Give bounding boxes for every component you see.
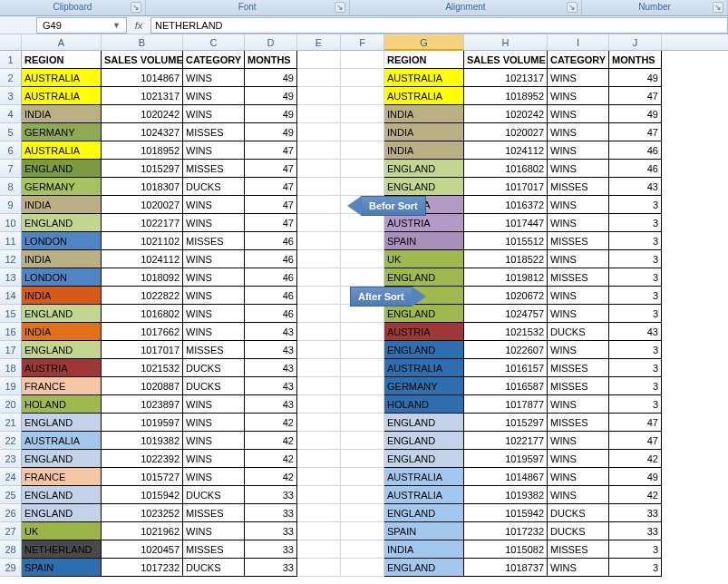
- cell[interactable]: WINS: [183, 105, 245, 123]
- ribbon-group-clipboard[interactable]: Clipboard↘: [0, 0, 146, 15]
- cell[interactable]: AUSTRALIA: [384, 359, 464, 377]
- cell[interactable]: 1019812: [464, 268, 548, 287]
- cell[interactable]: WINS: [183, 268, 245, 287]
- ribbon-group-font[interactable]: Font↘: [146, 0, 350, 15]
- cell[interactable]: 1020887: [102, 377, 183, 395]
- row-header[interactable]: 25: [0, 486, 22, 504]
- cell[interactable]: [297, 559, 341, 577]
- row-header[interactable]: 11: [0, 232, 22, 250]
- cell[interactable]: [341, 468, 384, 486]
- cell[interactable]: ENGLAND: [384, 414, 464, 432]
- cell[interactable]: WINS: [548, 450, 609, 468]
- cell[interactable]: MONTHS: [609, 51, 662, 69]
- cell[interactable]: 1020242: [464, 105, 548, 123]
- cell[interactable]: WINS: [183, 414, 245, 432]
- cell[interactable]: WINS: [548, 196, 609, 214]
- cell[interactable]: [297, 504, 341, 522]
- cell[interactable]: ENGLAND: [22, 341, 102, 359]
- cell[interactable]: 49: [245, 87, 297, 105]
- cell[interactable]: 3: [609, 395, 662, 414]
- cell[interactable]: SALES VOLUME: [464, 51, 548, 69]
- cell[interactable]: [297, 123, 341, 141]
- cell[interactable]: ENGLAND: [384, 504, 464, 522]
- row-header[interactable]: 26: [0, 504, 22, 522]
- cell[interactable]: 43: [245, 395, 297, 414]
- cell[interactable]: [341, 87, 384, 105]
- cell[interactable]: WINS: [548, 287, 609, 305]
- cell[interactable]: INDIA: [384, 123, 464, 141]
- cell[interactable]: MISSES: [548, 414, 609, 432]
- cell[interactable]: AUSTRALIA: [22, 432, 102, 450]
- cell[interactable]: WINS: [183, 395, 245, 414]
- cell[interactable]: WINS: [548, 250, 609, 268]
- col-header[interactable]: F: [341, 34, 384, 50]
- cell[interactable]: MISSES: [548, 377, 609, 395]
- cell[interactable]: MISSES: [183, 123, 245, 141]
- cell[interactable]: 47: [609, 87, 662, 105]
- cell[interactable]: 1021532: [464, 323, 548, 341]
- cell[interactable]: [341, 69, 384, 87]
- cell[interactable]: 1020027: [464, 123, 548, 141]
- cell[interactable]: 46: [609, 160, 662, 178]
- col-header[interactable]: A: [22, 34, 102, 50]
- cell[interactable]: 46: [245, 268, 297, 287]
- dialog-expand-icon[interactable]: ↘: [131, 2, 141, 13]
- cell[interactable]: WINS: [548, 105, 609, 123]
- row-header[interactable]: 20: [0, 395, 22, 414]
- cell[interactable]: WINS: [183, 214, 245, 232]
- row-header[interactable]: 27: [0, 522, 22, 540]
- cell[interactable]: 1022822: [102, 287, 183, 305]
- row-header[interactable]: 17: [0, 341, 22, 359]
- row-header[interactable]: 18: [0, 359, 22, 377]
- cell[interactable]: 42: [609, 450, 662, 468]
- cell[interactable]: 47: [245, 141, 297, 160]
- cell[interactable]: [341, 486, 384, 504]
- cell[interactable]: WINS: [548, 559, 609, 577]
- cell[interactable]: [341, 268, 384, 287]
- cell[interactable]: 1020027: [102, 196, 183, 214]
- cell[interactable]: 33: [245, 486, 297, 504]
- cell[interactable]: [341, 395, 384, 414]
- cell[interactable]: MISSES: [548, 178, 609, 196]
- cell[interactable]: [297, 341, 341, 359]
- cell[interactable]: 1017232: [464, 522, 548, 540]
- row-header[interactable]: 12: [0, 250, 22, 268]
- cell[interactable]: [297, 232, 341, 250]
- cell[interactable]: [297, 323, 341, 341]
- cell[interactable]: [341, 160, 384, 178]
- cell[interactable]: 49: [245, 69, 297, 87]
- cell[interactable]: 49: [245, 105, 297, 123]
- row-header[interactable]: 15: [0, 305, 22, 323]
- cell[interactable]: 43: [245, 341, 297, 359]
- cell[interactable]: [341, 141, 384, 160]
- cell[interactable]: HOLAND: [22, 395, 102, 414]
- cell[interactable]: 1017877: [464, 395, 548, 414]
- cell[interactable]: DUCKS: [548, 522, 609, 540]
- cell[interactable]: WINS: [548, 305, 609, 323]
- cell[interactable]: INDIA: [384, 141, 464, 160]
- cell[interactable]: INDIA: [22, 323, 102, 341]
- row-header[interactable]: 1: [0, 51, 22, 69]
- cell[interactable]: 1019597: [464, 450, 548, 468]
- cell[interactable]: 1016587: [464, 377, 548, 395]
- cell[interactable]: [297, 268, 341, 287]
- cell[interactable]: WINS: [183, 250, 245, 268]
- cell[interactable]: AUSTRIA: [384, 214, 464, 232]
- cell[interactable]: 1018952: [102, 141, 183, 160]
- cell[interactable]: MISSES: [183, 160, 245, 178]
- fx-icon[interactable]: fx: [127, 20, 150, 31]
- cell[interactable]: ENGLAND: [384, 178, 464, 196]
- cell[interactable]: AUSTRALIA: [22, 69, 102, 87]
- cell[interactable]: [297, 196, 341, 214]
- cell[interactable]: 1016157: [464, 359, 548, 377]
- cell[interactable]: [341, 51, 384, 69]
- cell[interactable]: 1018307: [102, 178, 183, 196]
- cell[interactable]: ENGLAND: [22, 305, 102, 323]
- cell[interactable]: 1021317: [102, 87, 183, 105]
- cell[interactable]: [341, 414, 384, 432]
- cell[interactable]: [341, 540, 384, 559]
- cell[interactable]: DUCKS: [183, 559, 245, 577]
- cell[interactable]: HOLAND: [384, 395, 464, 414]
- cell[interactable]: 1015942: [464, 504, 548, 522]
- cell[interactable]: [297, 69, 341, 87]
